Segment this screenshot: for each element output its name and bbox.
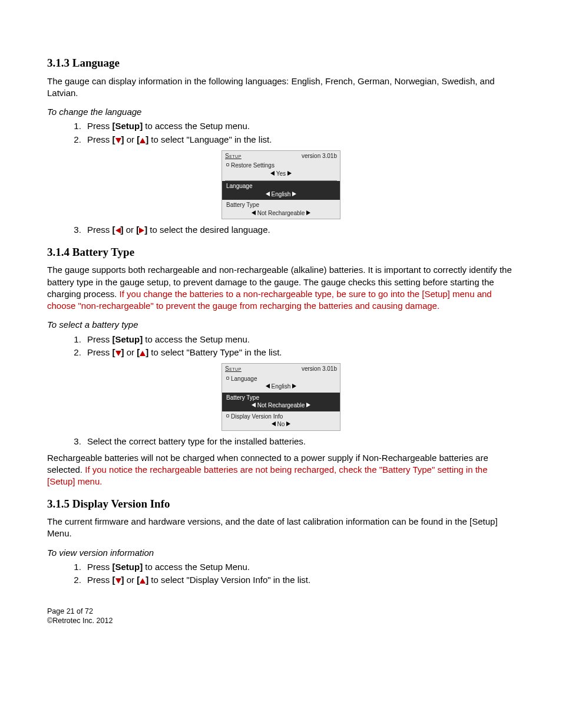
- text: Press: [87, 121, 113, 131]
- text: to select "Battery Type" in the list.: [148, 347, 282, 357]
- arrow-right-icon: [292, 192, 296, 196]
- step-314-3: Select the correct battery type for the …: [84, 436, 515, 447]
- step-315-1: Press [Setup] to access the Setup Menu.: [84, 561, 515, 573]
- text: to select "Language" in the list.: [148, 134, 272, 144]
- text: Press: [87, 334, 113, 344]
- instr-head-315: To view version information: [47, 547, 515, 559]
- arrow-left-icon: [266, 384, 270, 388]
- text: Press: [87, 225, 113, 235]
- arrow-left-icon: [266, 192, 270, 196]
- page-footer: Page 21 of 72 ©Retrotec Inc. 2012: [47, 607, 515, 625]
- row-label: Language: [226, 183, 253, 189]
- arrow-down-icon: [115, 138, 121, 143]
- instr-head-314: To select a battery type: [47, 319, 515, 331]
- arrow-left-icon: [252, 403, 256, 407]
- arrow-left-icon: [270, 171, 275, 176]
- page-number: Page 21 of 72: [47, 607, 515, 617]
- row-value: English: [272, 383, 291, 390]
- text: or: [124, 347, 137, 357]
- text: Press: [87, 575, 113, 585]
- steps-313: Press [Setup] to access the Setup menu. …: [84, 120, 515, 146]
- screen-version: version 3.01b: [302, 152, 337, 160]
- heading-313: 3.1.3 Language: [47, 55, 515, 71]
- row-value: Not Rechargeable: [257, 210, 305, 216]
- warning-text: If you notice the rechargeable batteries…: [47, 465, 488, 486]
- arrow-left-icon: [252, 210, 256, 215]
- row-label: Restore Settings: [231, 162, 275, 169]
- arrow-down-icon: [115, 351, 121, 356]
- intro-315: The current firmware and hardware versio…: [47, 516, 515, 540]
- intro-313: The gauge can display information in the…: [47, 75, 515, 100]
- intro-314: The gauge supports both rechargeable and…: [47, 264, 515, 312]
- text: or: [124, 225, 137, 235]
- step-313-1: Press [Setup] to access the Setup menu.: [84, 120, 515, 132]
- text: Press: [87, 134, 113, 144]
- step-314-2: Press [] or [] to select "Battery Type" …: [84, 347, 515, 358]
- row-label: Battery Type: [226, 202, 259, 208]
- text: Press: [87, 562, 113, 572]
- text: to access the Setup Menu.: [143, 562, 250, 572]
- bullet-icon: [226, 163, 229, 166]
- setup-screen-language: Setup version 3.01b Restore Settings Yes…: [222, 150, 340, 220]
- arrow-left-icon: [272, 421, 276, 426]
- text: Press: [87, 347, 113, 357]
- arrow-right-icon: [306, 403, 310, 407]
- setup-key: [Setup]: [113, 334, 143, 344]
- arrow-up-icon: [140, 578, 146, 584]
- text: to access the Setup menu.: [143, 121, 250, 131]
- text: or: [124, 575, 137, 585]
- screen-title: Setup: [225, 152, 242, 160]
- setup-key: [Setup]: [113, 121, 143, 131]
- instr-head-313: To change the language: [47, 106, 515, 118]
- arrow-right-icon: [306, 210, 310, 215]
- steps-313b: Press [] or [] to select the desired lan…: [84, 224, 515, 236]
- row-label: Battery Type: [226, 394, 259, 401]
- steps-314b: Select the correct battery type for the …: [84, 436, 515, 447]
- row-value: Yes: [276, 170, 286, 177]
- after-314: Rechargeable batteries will not be charg…: [47, 452, 515, 488]
- step-315-2: Press [] or [] to select "Display Versio…: [84, 574, 515, 586]
- bullet-icon: [226, 414, 229, 417]
- screen-title: Setup: [225, 365, 242, 373]
- arrow-down-icon: [115, 578, 121, 584]
- arrow-left-icon: [115, 228, 121, 233]
- row-value: Not Rechargeable: [257, 402, 305, 409]
- row-value: English: [272, 191, 291, 197]
- step-314-1: Press [Setup] to access the Setup menu.: [84, 334, 515, 345]
- step-313-2: Press [] or [] to select "Language" in t…: [84, 134, 515, 146]
- steps-314: Press [Setup] to access the Setup menu. …: [84, 334, 515, 359]
- bullet-icon: [226, 377, 229, 380]
- arrow-right-icon: [287, 171, 292, 176]
- text: to access the Setup menu.: [143, 334, 250, 344]
- heading-314: 3.1.4 Battery Type: [47, 245, 515, 260]
- arrow-up-icon: [140, 351, 146, 356]
- step-313-3: Press [] or [] to select the desired lan…: [84, 224, 515, 236]
- row-label: Display Version Info: [231, 413, 283, 420]
- text: to select the desired language.: [147, 225, 270, 235]
- setup-screen-battery: Setup version 3.01b Language English Bat…: [222, 363, 340, 431]
- text: or: [124, 134, 137, 144]
- row-label: Language: [231, 375, 257, 382]
- arrow-up-icon: [140, 138, 146, 143]
- arrow-right-icon: [286, 421, 290, 426]
- setup-key: [Setup]: [113, 562, 143, 572]
- copyright: ©Retrotec Inc. 2012: [47, 617, 515, 626]
- screen-version: version 3.01b: [302, 365, 337, 373]
- row-value: No: [277, 421, 285, 427]
- text: to select "Display Version Info" in the …: [148, 575, 310, 585]
- arrow-right-icon: [292, 384, 296, 388]
- steps-315: Press [Setup] to access the Setup Menu. …: [84, 561, 515, 587]
- arrow-right-icon: [139, 228, 144, 233]
- heading-315: 3.1.5 Display Version Info: [47, 496, 515, 512]
